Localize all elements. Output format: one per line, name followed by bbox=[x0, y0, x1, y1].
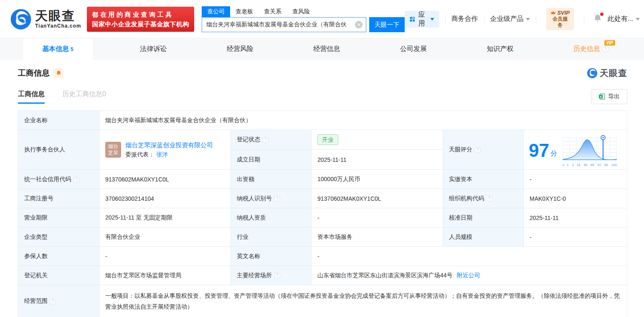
business-scope-value: 一般项目：以私募基金从事股权投资、投资管理、资产管理等活动（须在中国证券投资基金… bbox=[99, 285, 627, 317]
delegate-name-link[interactable]: 张洋 bbox=[156, 151, 168, 158]
score-value: 97 bbox=[529, 141, 549, 160]
tab-business-risk[interactable]: 经营风险 bbox=[214, 38, 266, 60]
brand-slogan-banner: 都在用的商业查询工具 国家中小企业发展子基金旗下机构 bbox=[87, 7, 194, 32]
table-row: 执行事务合伙人 烟台 芝罘 烟台芝罘深蓝创业投资有限公司 委派代表： 张洋 登记… bbox=[18, 130, 627, 170]
bell-curve bbox=[563, 140, 616, 160]
search-tab-relation[interactable]: 查关系 bbox=[259, 6, 287, 17]
business-term-label: 营业期限 bbox=[18, 208, 99, 228]
business-cooperation-link[interactable]: 商务合作 bbox=[451, 15, 478, 23]
credit-code-label: 统一社会信用代码 bbox=[18, 170, 99, 189]
notification-red-dot bbox=[600, 13, 603, 16]
search-tab-risk[interactable]: 查风险 bbox=[287, 6, 315, 17]
credit-code-value: 91370602MAK0XY1C0L bbox=[99, 170, 231, 189]
help-icon[interactable] bbox=[50, 298, 56, 304]
org-code-value: MAK0XY1C-0 bbox=[524, 189, 627, 208]
business-address-label: 主要经营场所 bbox=[231, 266, 312, 285]
paid-capital-label: 实缴资本 bbox=[443, 170, 524, 189]
basic-info-count: 5 bbox=[71, 46, 74, 52]
subscribe-bell-icon[interactable] bbox=[53, 68, 63, 78]
table-row: 参保人数 - 英文名称 - bbox=[18, 247, 627, 266]
tab-business-info[interactable]: 经营信息 bbox=[301, 38, 352, 60]
business-scope-label: 经营范围 bbox=[18, 285, 99, 317]
enterprise-products-link[interactable]: 企业级产品 bbox=[490, 15, 530, 23]
tianyancha-logo[interactable]: 天眼查 TianYanCha.com bbox=[10, 8, 81, 30]
tab-legal-proceedings[interactable]: 法律诉讼 bbox=[127, 38, 179, 60]
tab-company-development[interactable]: 公司发展 bbox=[388, 38, 439, 60]
business-address-cell: 山东省烟台市芝罘区东山街道滨海景区滨海广场44号 附近公司 bbox=[312, 266, 627, 285]
vip-badge: VIP bbox=[604, 40, 615, 46]
search-button[interactable]: 天眼一下 bbox=[369, 17, 405, 32]
industry-value: 资本市场服务 bbox=[312, 228, 443, 247]
search-input[interactable] bbox=[202, 17, 366, 32]
taxpayer-quality-value: - bbox=[312, 208, 443, 228]
search-tab-company[interactable]: 查公司 bbox=[202, 6, 230, 17]
section-title: 工商信息 bbox=[18, 68, 50, 79]
approve-date-label: 核准日期 bbox=[443, 208, 524, 228]
brand-name: 天眼查 bbox=[35, 10, 81, 22]
help-icon[interactable] bbox=[73, 176, 79, 182]
nearby-companies-link[interactable]: 附近公司 bbox=[457, 272, 480, 279]
svip-membership-button[interactable]: SVIP 会员服务 bbox=[546, 8, 574, 30]
excel-file-icon: X bbox=[598, 93, 605, 100]
help-icon[interactable] bbox=[486, 195, 492, 202]
chevron-down-icon bbox=[636, 18, 640, 20]
notifications-bell-icon[interactable] bbox=[593, 14, 602, 25]
help-icon[interactable] bbox=[474, 147, 481, 153]
help-icon[interactable] bbox=[262, 137, 269, 143]
table-row: 登记机关 烟台市芝罘区市场监督管理局 主要经营场所 山东省烟台市芝罘区东山街道滨… bbox=[18, 266, 627, 285]
help-icon[interactable] bbox=[274, 195, 280, 202]
apps-menu-button[interactable]: 应用 bbox=[405, 11, 439, 28]
tab-history-info[interactable]: VIP 历史信息 bbox=[561, 38, 621, 60]
partner-company-link[interactable]: 烟台芝罘深蓝创业投资有限公司 bbox=[125, 141, 213, 148]
staff-size-label: 人员规模 bbox=[443, 228, 524, 247]
user-account-menu[interactable]: 此处有... bbox=[608, 15, 640, 23]
english-name-label: 英文名称 bbox=[231, 247, 312, 266]
paid-capital-value: - bbox=[524, 170, 627, 189]
taxpayer-id-value: 91370602MAK0XY1C0L bbox=[312, 189, 443, 208]
chevron-down-icon bbox=[430, 18, 434, 20]
tab-intellectual-property[interactable]: 知识产权 bbox=[474, 38, 526, 60]
taxpayer-id-label: 纳税人识别号 bbox=[231, 189, 312, 208]
brand-domain: TianYanCha.com bbox=[35, 23, 81, 29]
business-address-value: 山东省烟台市芝罘区东山街道滨海景区滨海广场44号 bbox=[317, 272, 453, 279]
search-tab-boss[interactable]: 查老板 bbox=[230, 6, 259, 17]
main-content: 工商信息 天眼查 工商信息 历史工商信息0 X bbox=[0, 67, 644, 317]
tab-basic-info[interactable]: 基本信息 5 bbox=[23, 38, 93, 60]
help-icon[interactable] bbox=[274, 272, 280, 279]
partner-avatar[interactable]: 烟台 芝罘 bbox=[105, 142, 121, 158]
apps-grid-icon bbox=[410, 15, 415, 23]
executive-partner-cell: 烟台 芝罘 烟台芝罘深蓝创业投资有限公司 委派代表： 张洋 bbox=[99, 130, 231, 170]
svg-text:X: X bbox=[600, 95, 602, 99]
tianyan-score-label: 天眼评分 bbox=[443, 130, 524, 170]
business-term-value: 2025-11-11 至 无固定期限 bbox=[99, 208, 231, 228]
export-button[interactable]: X 导出 bbox=[591, 89, 627, 104]
subtab-history-business-info[interactable]: 历史工商信息0 bbox=[62, 90, 106, 104]
taxpayer-quality-label: 纳税人资质 bbox=[231, 208, 312, 228]
company-name-value: 烟台夹河幸福新城城市发展母基金合伙企业（有限合伙） bbox=[99, 111, 627, 130]
header-right-menu: 应用 商务合作 企业级产品 SVIP 会员服务 bbox=[405, 8, 640, 30]
industry-label: 行业 bbox=[231, 228, 312, 247]
tianyan-score-cell[interactable]: 97 分 bbox=[524, 130, 627, 170]
search-tabs: 查公司 查老板 查关系 查风险 bbox=[202, 6, 405, 17]
staff-size-value: - bbox=[524, 228, 627, 247]
company-type-label: 企业类型 bbox=[18, 228, 99, 247]
capital-label: 出资额 bbox=[231, 170, 312, 189]
company-nav-tabs: 基本信息 5 法律诉讼 经营风险 经营信息 公司发展 知识产权 VIP 历史信息 bbox=[0, 38, 644, 60]
subtab-business-info[interactable]: 工商信息 bbox=[18, 90, 45, 104]
tianyancha-swirl-icon bbox=[587, 68, 598, 79]
table-row: 统一社会信用代码 91370602MAK0XY1C0L 出资额 100000万人… bbox=[18, 170, 627, 189]
help-icon bbox=[602, 46, 609, 52]
org-code-label: 组织机构代码 bbox=[443, 189, 524, 208]
delegate-label: 委派代表： bbox=[125, 151, 155, 158]
score-axis-ticks: 01 315 5085 9799 100 bbox=[562, 163, 617, 167]
slogan-line1: 都在用的商业查询工具 bbox=[92, 10, 189, 19]
chevron-down-icon bbox=[526, 18, 530, 20]
clear-search-icon[interactable] bbox=[355, 21, 363, 28]
search-area: 查公司 查老板 查关系 查风险 天眼一下 bbox=[202, 6, 405, 32]
company-name-label: 企业名称 bbox=[18, 111, 99, 130]
slogan-line2: 国家中小企业发展子基金旗下机构 bbox=[92, 19, 189, 29]
username: 此处有... bbox=[608, 15, 633, 23]
business-info-table: 企业名称 烟台夹河幸福新城城市发展母基金合伙企业（有限合伙） 执行事务合伙人 烟… bbox=[18, 110, 627, 317]
reg-number-value: 370602300214104 bbox=[99, 189, 231, 208]
apps-label: 应用 bbox=[418, 10, 428, 28]
